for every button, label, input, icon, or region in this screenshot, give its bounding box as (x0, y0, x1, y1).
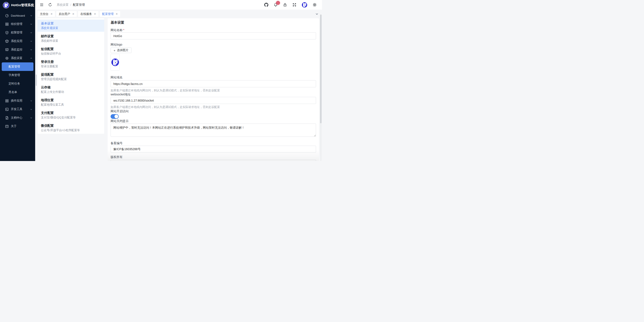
chevron-down-icon (30, 14, 32, 17)
websocket-helper: 如果客户端通过本地或内网访问，则认为是调试模式，走实际请求地址，否则走该配置 (110, 105, 220, 109)
tab-strip: 主控台 ✕ 后台用户 ✕ 在线服务 ✕ 配置管理 ✕ (35, 9, 322, 18)
site-logo-thumbnail[interactable] (110, 54, 120, 70)
cube-icon (5, 39, 9, 43)
brand[interactable]: HotGo管理系统 (0, 0, 35, 10)
tab-config-management[interactable]: 配置管理 ✕ (100, 11, 120, 17)
icp-label: 备案编号 (110, 141, 122, 145)
chevron-up-icon (30, 57, 32, 59)
site-name-input[interactable] (110, 32, 316, 39)
page-scrollbar-thumb[interactable] (320, 14, 322, 123)
site-open-toggle[interactable] (110, 114, 119, 119)
copyright-label: 版权所有 (110, 155, 122, 159)
sidebar-item-about[interactable]: 关于 (0, 122, 35, 131)
sidebar-item-plugins[interactable]: 插件应用 (0, 96, 35, 105)
chevron-down-icon (30, 100, 32, 102)
chevron-down-icon[interactable] (315, 12, 318, 16)
sidebar: HotGo管理系统 Dashboard 组织管理 (0, 0, 35, 161)
site-open-label: 网站开启访问 (110, 109, 128, 113)
sidebar-subitem-config-management[interactable]: 配置管理 (2, 62, 34, 71)
settings-nav-item-payment[interactable]: 支付配置 支付宝/微信/QQ支付配置等 (38, 109, 104, 121)
site-name-label: 网站名称* (110, 28, 124, 32)
chevron-down-icon (30, 40, 32, 42)
org-grid-icon (5, 22, 9, 26)
chevron-down-icon (30, 31, 32, 34)
settings-nav-item-email[interactable]: 邮件设置 系统邮件设置 (38, 32, 104, 44)
settings-nav-item-sms[interactable]: 短信配置 短信验证码平台 (38, 45, 104, 57)
koala-logo-icon (3, 2, 9, 8)
form-heading: 基本设置 (110, 20, 124, 25)
settings-nav-item-basic[interactable]: 基本设置 系统常规设置 (38, 19, 104, 32)
sidebar-item-permissions[interactable]: 权限管理 (0, 28, 35, 37)
menu-fold-icon[interactable] (40, 3, 44, 7)
icp-input[interactable] (110, 146, 316, 153)
basic-settings-form: 基本设置 网站名称* 网站logo + 选择图片 网站域名 如果客户端通过本地或… (108, 18, 319, 161)
tab-online-service[interactable]: 在线服务 ✕ (78, 11, 98, 17)
chevron-down-icon (30, 23, 32, 25)
websocket-input[interactable] (110, 97, 316, 104)
breadcrumb: 系统设置 / 配置管理 (57, 3, 85, 7)
sidebar-subitem-blacklist[interactable]: 黑名单 (0, 88, 35, 96)
domain-label: 网站域名 (110, 75, 122, 79)
terminal-icon (5, 108, 9, 111)
close-icon[interactable]: ✕ (116, 12, 118, 15)
refresh-icon[interactable] (48, 3, 52, 7)
settings-nav-item-withdrawal[interactable]: 提现配置 管理员提现规则配置 (38, 71, 104, 83)
app-title: HotGo管理系统 (11, 3, 34, 7)
settings-nav-item-wechat[interactable]: 微信配置 公众号/开放平台/小程序配置等 (38, 122, 104, 134)
close-icon[interactable]: ✕ (50, 12, 53, 15)
gear-icon[interactable] (312, 3, 317, 7)
tab-dashboard[interactable]: 主控台 ✕ (38, 11, 55, 17)
breadcrumb-section[interactable]: 系统设置 (57, 3, 68, 7)
sidebar-menu: Dashboard 组织管理 权限管理 (0, 11, 35, 131)
sidebar-item-dev-tools[interactable]: 开发工具 (0, 105, 35, 113)
koala-logo-icon (111, 58, 119, 66)
close-icon[interactable]: ✕ (94, 12, 96, 15)
chevron-down-icon (30, 108, 32, 110)
chevron-down-icon (30, 48, 32, 51)
gear-icon (5, 56, 9, 60)
avatar[interactable] (302, 2, 307, 8)
settings-nav-scrollbar-thumb[interactable] (36, 74, 37, 86)
copyright-input[interactable] (110, 160, 316, 161)
toggle-knob (114, 115, 118, 118)
required-asterisk: * (123, 28, 124, 32)
site-logo-label: 网站logo (110, 42, 122, 47)
domain-helper: 如果客户端通过本地或内网访问，则认为是调试模式，走实际请求地址，否则走该配置 (110, 88, 220, 92)
chevron-down-icon (30, 117, 32, 119)
sidebar-item-system-settings[interactable]: 系统设置 (0, 54, 35, 62)
about-icon (5, 125, 9, 128)
shield-check-icon (5, 31, 9, 34)
sidebar-item-dashboard[interactable]: Dashboard (0, 11, 35, 20)
plugin-grid-icon (5, 99, 9, 103)
sidebar-subitem-scheduled-tasks[interactable]: 定时任务 (0, 79, 35, 88)
pick-image-button[interactable]: + 选择图片 (110, 47, 132, 53)
github-icon[interactable] (264, 3, 268, 7)
document-icon (5, 116, 9, 120)
notifications[interactable]: 1 (274, 3, 278, 7)
websocket-label: websocket地址 (110, 92, 131, 96)
fullscreen-icon[interactable] (292, 3, 296, 7)
plus-icon: + (114, 49, 116, 52)
close-icon[interactable]: ✕ (72, 12, 74, 15)
close-tip-label: 网站关闭提示 (110, 119, 128, 123)
sidebar-item-organization[interactable]: 组织管理 (0, 20, 35, 28)
dashboard-icon (5, 14, 9, 17)
sidebar-item-docs-center[interactable]: 文档中心 (0, 113, 35, 122)
settings-nav-item-geolocation[interactable]: 地理位置 配置地理位置工具 (38, 96, 104, 108)
sidebar-subitem-dictionary-management[interactable]: 字典管理 (0, 71, 35, 79)
close-tip-textarea[interactable]: 网站维护中，暂时无法访问！本网站正在进行系统维护和技术升级，网站暂时无法访问，敬… (110, 123, 316, 137)
sidebar-item-system-apps[interactable]: 系统应用 (0, 37, 35, 45)
top-header: 系统设置 / 配置管理 1 (35, 0, 322, 9)
monitor-chart-icon (5, 48, 9, 51)
settings-nav-item-login-register[interactable]: 登录注册 登录注册配置 (38, 58, 104, 70)
settings-nav-panel: 基本设置 系统常规设置 邮件设置 系统邮件设置 短信配置 短信验证码平台 登录注… (38, 18, 104, 134)
settings-nav-item-cloud-storage[interactable]: 云存储 配置上传文件驱动 (38, 83, 104, 96)
lock-icon[interactable] (283, 3, 287, 7)
app-window: HotGo管理系统 Dashboard 组织管理 (0, 0, 322, 161)
breadcrumb-current: 配置管理 (73, 3, 85, 7)
sidebar-item-system-monitor[interactable]: 系统监控 (0, 45, 35, 54)
tab-backend-users[interactable]: 后台用户 ✕ (56, 11, 77, 17)
notification-badge: 1 (276, 1, 280, 5)
domain-input[interactable] (110, 80, 316, 87)
